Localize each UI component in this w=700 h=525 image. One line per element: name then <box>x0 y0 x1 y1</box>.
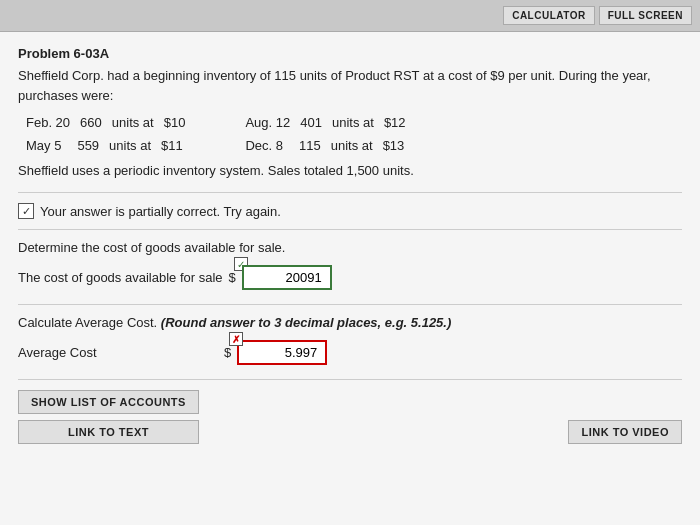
section2-wrong-icon: ✗ <box>229 332 243 346</box>
purchase-unit-aug: units at <box>332 115 374 130</box>
section1-input-label: The cost of goods available for sale <box>18 270 223 285</box>
feedback-text: Your answer is partially correct. Try ag… <box>40 204 281 219</box>
section1-label: Determine the cost of goods available fo… <box>18 240 682 255</box>
section2-bold-instruction: (Round answer to 3 decimal places, e.g. … <box>161 315 451 330</box>
calculator-button[interactable]: CALCULATOR <box>503 6 595 25</box>
purchase-price-may: $11 <box>161 138 183 153</box>
purchase-date-may: May 5 <box>26 138 61 153</box>
section2-input-label: Average Cost <box>18 345 218 360</box>
purchase-price-feb: $10 <box>164 115 186 130</box>
purchase-row-aug: Aug. 12 401 units at $12 <box>245 115 405 130</box>
purchase-price-aug: $12 <box>384 115 406 130</box>
purchase-row-dec: Dec. 8 115 units at $13 <box>245 138 405 153</box>
section2-input-wrapper: ✗ <box>237 340 327 365</box>
purchase-qty-feb: 660 <box>80 115 102 130</box>
section1-dollar: $ <box>229 270 236 285</box>
divider-3 <box>18 304 682 305</box>
purchase-row-may: May 5 559 units at $11 <box>26 138 185 153</box>
section2-dollar: $ <box>224 345 231 360</box>
purchases-section: Feb. 20 660 units at $10 May 5 559 units… <box>26 115 682 157</box>
section2-label: Calculate Average Cost. (Round answer to… <box>18 315 682 330</box>
purchases-right: Aug. 12 401 units at $12 Dec. 8 115 unit… <box>245 115 405 157</box>
purchase-date-dec: Dec. 8 <box>245 138 283 153</box>
problem-title: Problem 6-03A <box>18 46 682 61</box>
top-bar: CALCULATOR FULL SCREEN <box>0 0 700 32</box>
fullscreen-button[interactable]: FULL SCREEN <box>599 6 692 25</box>
purchase-date-aug: Aug. 12 <box>245 115 290 130</box>
problem-description: Sheffield Corp. had a beginning inventor… <box>18 66 682 105</box>
purchase-qty-aug: 401 <box>300 115 322 130</box>
purchase-qty-may: 559 <box>77 138 99 153</box>
purchase-unit-feb: units at <box>112 115 154 130</box>
section2-input-row: Average Cost $ ✗ <box>18 340 682 365</box>
section2-input[interactable] <box>237 340 327 365</box>
divider-4 <box>18 379 682 380</box>
purchase-unit-may: units at <box>109 138 151 153</box>
purchase-qty-dec: 115 <box>299 138 321 153</box>
divider-1 <box>18 192 682 193</box>
link-text-button[interactable]: LINK TO TEXT <box>18 420 199 444</box>
section1-input[interactable] <box>242 265 332 290</box>
section1-input-row: The cost of goods available for sale $ ✓ <box>18 265 682 290</box>
feedback-partial: ✓ Your answer is partially correct. Try … <box>18 203 682 219</box>
link-video-button[interactable]: LINK TO VIDEO <box>568 420 682 444</box>
divider-2 <box>18 229 682 230</box>
purchases-left: Feb. 20 660 units at $10 May 5 559 units… <box>26 115 185 157</box>
main-content: Problem 6-03A Sheffield Corp. had a begi… <box>0 32 700 525</box>
purchase-date-feb: Feb. 20 <box>26 115 70 130</box>
section1-input-wrapper: ✓ <box>242 265 332 290</box>
show-list-button[interactable]: SHOW LIST OF ACCOUNTS <box>18 390 199 414</box>
purchase-row-feb: Feb. 20 660 units at $10 <box>26 115 185 130</box>
purchase-price-dec: $13 <box>383 138 405 153</box>
partial-check-icon: ✓ <box>18 203 34 219</box>
purchase-unit-dec: units at <box>331 138 373 153</box>
inventory-note: Sheffield uses a periodic inventory syst… <box>18 163 682 178</box>
bottom-buttons-row: SHOW LIST OF ACCOUNTS LINK TO TEXT LINK … <box>18 390 682 444</box>
